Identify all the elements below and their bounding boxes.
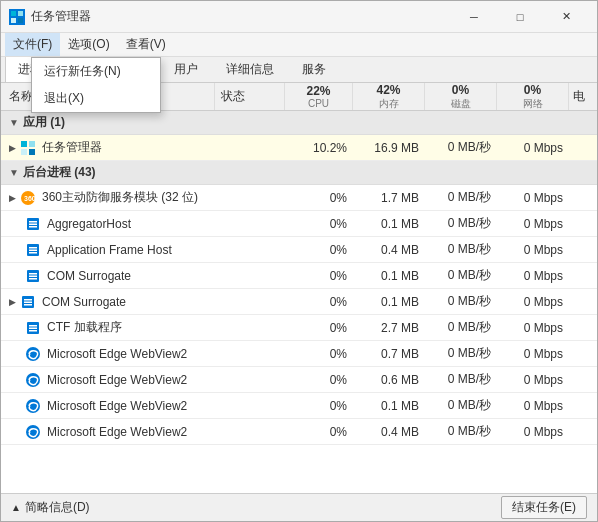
table-row[interactable]: Microsoft Edge WebView2 0% 0.6 MB 0 MB/秒… (1, 367, 597, 393)
row-net: 0 Mbps (497, 141, 569, 155)
gear-blue-icon (25, 242, 41, 258)
close-button[interactable]: ✕ (543, 1, 589, 33)
status-bar: ▲ 简略信息(D) 结束任务(E) (1, 493, 597, 521)
table-row[interactable]: 任务管理器 10.2% 16.9 MB 0 MB/秒 0 Mbps (1, 135, 597, 161)
table-row[interactable]: COM Surrogate 0% 0.1 MB 0 MB/秒 0 Mbps (1, 289, 597, 315)
row-name-ctf: CTF 加载程序 (17, 319, 215, 336)
row-name-task-manager: 任务管理器 (1, 139, 215, 156)
col-header-net[interactable]: 0% 网络 (497, 83, 569, 110)
svg-rect-11 (29, 221, 37, 223)
menu-file[interactable]: 文件(F) (5, 33, 60, 56)
group-apps[interactable]: 应用 (1) (1, 111, 597, 135)
row-name-com2: COM Surrogate (1, 294, 215, 310)
row-net: 0 Mbps (497, 217, 569, 231)
row-mem: 0.6 MB (353, 373, 425, 387)
table-row[interactable]: Microsoft Edge WebView2 0% 0.7 MB 0 MB/秒… (1, 341, 597, 367)
gear-blue-icon (25, 268, 41, 284)
row-mem: 2.7 MB (353, 321, 425, 335)
tab-services[interactable]: 服务 (289, 56, 339, 82)
row-disk: 0 MB/秒 (425, 319, 497, 336)
row-disk: 0 MB/秒 (425, 423, 497, 440)
col-header-status[interactable]: 状态 (215, 83, 285, 110)
col-header-mem[interactable]: 42% 内存 (353, 83, 425, 110)
table-row[interactable]: 360 360主动防御服务模块 (32 位) 0% 1.7 MB 0 MB/秒 … (1, 185, 597, 211)
chevron-up-icon: ▲ (11, 502, 21, 513)
row-cpu: 0% (285, 217, 353, 231)
row-disk: 0 MB/秒 (425, 345, 497, 362)
window-icon (9, 9, 25, 25)
tab-users[interactable]: 用户 (161, 56, 211, 82)
edge-icon (25, 372, 41, 388)
row-net: 0 Mbps (497, 425, 569, 439)
row-net: 0 Mbps (497, 399, 569, 413)
svg-rect-1 (18, 11, 23, 16)
row-net: 0 Mbps (497, 295, 569, 309)
window-controls: ─ □ ✕ (451, 1, 589, 33)
table-row[interactable]: COM Surrogate 0% 0.1 MB 0 MB/秒 0 Mbps (1, 263, 597, 289)
row-mem: 0.4 MB (353, 425, 425, 439)
row-disk: 0 MB/秒 (425, 189, 497, 206)
menu-bar: 文件(F) 选项(O) 查看(V) 运行新任务(N) 退出(X) (1, 33, 597, 57)
svg-rect-20 (29, 275, 37, 277)
status-info[interactable]: ▲ 简略信息(D) (11, 499, 90, 516)
menu-view[interactable]: 查看(V) (118, 33, 174, 56)
row-name-appframe: Application Frame Host (17, 242, 215, 258)
row-cpu: 0% (285, 243, 353, 257)
svg-rect-4 (21, 141, 27, 147)
expand-row-icon (9, 193, 16, 203)
col-header-power[interactable]: 电 (569, 83, 597, 110)
edge-icon (25, 424, 41, 440)
row-net: 0 Mbps (497, 321, 569, 335)
row-cpu: 0% (285, 399, 353, 413)
row-mem: 0.1 MB (353, 295, 425, 309)
svg-rect-17 (29, 252, 37, 254)
svg-rect-6 (21, 149, 27, 155)
col-header-disk[interactable]: 0% 磁盘 (425, 83, 497, 110)
row-disk: 0 MB/秒 (425, 371, 497, 388)
svg-text:360: 360 (24, 195, 36, 202)
menu-options[interactable]: 选项(O) (60, 33, 117, 56)
tab-details[interactable]: 详细信息 (213, 56, 287, 82)
svg-rect-12 (29, 223, 37, 225)
dropdown-exit[interactable]: 退出(X) (32, 85, 160, 112)
row-name-edge1: Microsoft Edge WebView2 (17, 346, 215, 362)
svg-rect-21 (29, 278, 37, 280)
status-label: 简略信息(D) (25, 499, 90, 516)
row-cpu: 0% (285, 191, 353, 205)
row-mem: 0.4 MB (353, 243, 425, 257)
table-row[interactable]: Microsoft Edge WebView2 0% 0.4 MB 0 MB/秒… (1, 419, 597, 445)
file-dropdown: 运行新任务(N) 退出(X) (31, 57, 161, 113)
svg-rect-5 (29, 141, 35, 147)
window-title: 任务管理器 (31, 8, 451, 25)
row-mem: 0.1 MB (353, 269, 425, 283)
edge-icon (25, 398, 41, 414)
table-row[interactable]: Application Frame Host 0% 0.4 MB 0 MB/秒 … (1, 237, 597, 263)
end-task-button[interactable]: 结束任务(E) (501, 496, 587, 519)
col-header-cpu[interactable]: 22% CPU (285, 83, 353, 110)
group-background[interactable]: 后台进程 (43) (1, 161, 597, 185)
dropdown-run-new[interactable]: 运行新任务(N) (32, 58, 160, 85)
svg-rect-29 (29, 330, 37, 332)
svg-rect-19 (29, 273, 37, 275)
row-name-edge4: Microsoft Edge WebView2 (17, 424, 215, 440)
maximize-button[interactable]: □ (497, 1, 543, 33)
row-disk: 0 MB/秒 (425, 293, 497, 310)
expand-row-icon (9, 143, 16, 153)
svg-rect-3 (18, 18, 23, 23)
expand-row-icon (9, 297, 16, 307)
svg-rect-2 (11, 18, 16, 23)
gear-blue-icon (20, 294, 36, 310)
table-row[interactable]: AggregatorHost 0% 0.1 MB 0 MB/秒 0 Mbps (1, 211, 597, 237)
svg-rect-13 (29, 226, 37, 228)
row-mem: 0.7 MB (353, 347, 425, 361)
table-row[interactable]: Microsoft Edge WebView2 0% 0.1 MB 0 MB/秒… (1, 393, 597, 419)
group-bg-label: 后台进程 (43) (23, 164, 96, 181)
row-cpu: 0% (285, 425, 353, 439)
table-row[interactable]: CTF 加载程序 0% 2.7 MB 0 MB/秒 0 Mbps (1, 315, 597, 341)
task-manager-window: 任务管理器 ─ □ ✕ 文件(F) 选项(O) 查看(V) 运行新任务(N) 退… (0, 0, 598, 522)
row-disk: 0 MB/秒 (425, 241, 497, 258)
svg-rect-15 (29, 247, 37, 249)
minimize-button[interactable]: ─ (451, 1, 497, 33)
process-list: 应用 (1) 任务管理器 10.2% 16.9 MB 0 MB/秒 (1, 111, 597, 493)
row-cpu: 0% (285, 347, 353, 361)
